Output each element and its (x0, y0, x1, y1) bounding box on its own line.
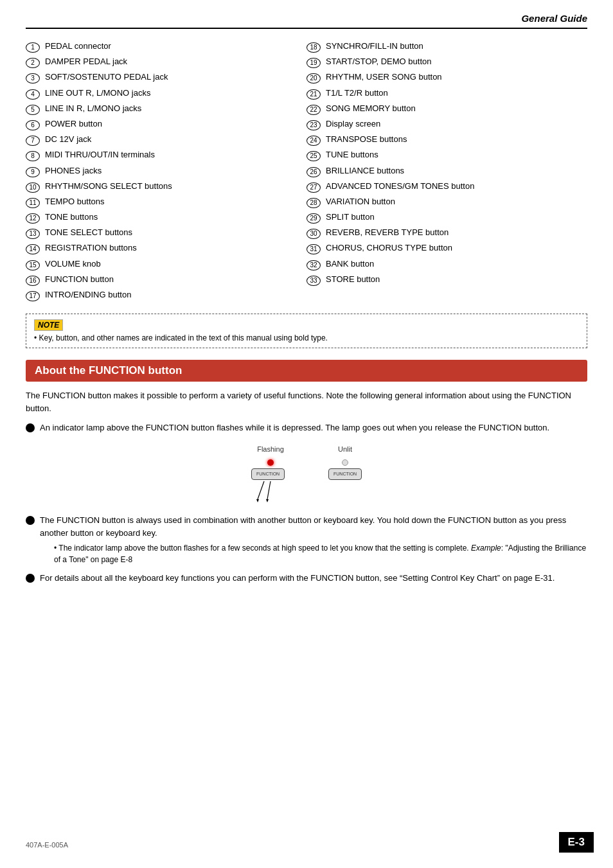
list-item: 6POWER button (26, 118, 306, 130)
flashing-button-wrapper: FUNCTION (251, 468, 290, 502)
list-item: 23Display screen (306, 118, 587, 130)
note-body: Key, button, and other names are indicat… (39, 333, 328, 342)
item-label: SPLIT button (326, 211, 375, 223)
item-number: 32 (306, 260, 321, 270)
item-number: 22 (306, 105, 321, 115)
item-label: MIDI THRU/OUT/IN terminals (45, 149, 155, 161)
list-item: 11TEMPO buttons (26, 196, 306, 208)
item-number: 11 (26, 198, 40, 208)
page-number: E-3 (559, 832, 594, 853)
item-label: POWER button (45, 118, 102, 130)
item-label: Display screen (326, 118, 380, 130)
item-number: 10 (26, 182, 40, 193)
item-label: VOLUME knob (45, 258, 101, 270)
item-number: 15 (26, 260, 40, 270)
list-item: 20RHYTHM, USER SONG button (306, 71, 587, 83)
list-item: 33STORE button (306, 274, 587, 285)
item-label: RHYTHM/SONG SELECT buttons (45, 181, 172, 192)
item-label: BRILLIANCE buttons (326, 165, 404, 177)
svg-line-0 (258, 481, 264, 499)
svg-marker-2 (256, 499, 259, 502)
item-number: 2 (26, 58, 40, 68)
bullet-icon-3 (26, 574, 35, 583)
bullet-item-3: For details about all the keyboard key f… (26, 572, 587, 585)
item-label: SYNCHRO/FILL-IN button (326, 40, 423, 52)
item-number: 30 (306, 229, 321, 239)
item-label: STORE button (326, 274, 380, 285)
list-item: 31CHORUS, CHORUS TYPE button (306, 242, 587, 254)
bullet-dot: • (34, 333, 39, 342)
list-item: 32BANK button (306, 258, 587, 270)
list-item: 16FUNCTION button (26, 274, 306, 285)
item-number: 23 (306, 120, 321, 130)
bullet-item-1: An indicator lamp above the FUNCTION but… (26, 421, 587, 434)
list-item: 5LINE IN R, L/MONO jacks (26, 103, 306, 114)
list-item: 14REGISTRATION buttons (26, 242, 306, 254)
item-label: PHONES jacks (45, 165, 102, 177)
item-label: BANK button (326, 258, 374, 270)
list-item: 29SPLIT button (306, 211, 587, 223)
list-item: 2DAMPER PEDAL jack (26, 56, 306, 67)
item-number: 8 (26, 151, 40, 161)
item-number: 33 (306, 276, 321, 286)
left-column: 1PEDAL connector2DAMPER PEDAL jack3SOFT/… (26, 40, 306, 305)
item-number: 20 (306, 73, 321, 84)
item-number: 1 (26, 42, 40, 53)
item-label: CHORUS, CHORUS TYPE button (326, 242, 452, 254)
list-item: 18SYNCHRO/FILL-IN button (306, 40, 587, 52)
list-item: 22SONG MEMORY button (306, 103, 587, 114)
list-item: 28VARIATION button (306, 196, 587, 208)
led-off-indicator (342, 459, 348, 466)
items-list: 1PEDAL connector2DAMPER PEDAL jack3SOFT/… (26, 40, 587, 305)
item-label: SOFT/SOSTENUTO PEDAL jack (45, 71, 168, 83)
list-item: 25TUNE buttons (306, 149, 587, 161)
item-label: REVERB, REVERB TYPE button (326, 227, 449, 238)
footer-code: 407A-E-005A (26, 841, 68, 849)
item-number: 31 (306, 244, 321, 254)
diagram-flashing: Flashing FUNCTION (251, 445, 290, 502)
section-intro: The FUNCTION button makes it possible to… (26, 389, 587, 415)
item-label: TONE SELECT buttons (45, 227, 132, 238)
item-label: VARIATION button (326, 196, 395, 208)
item-label: SONG MEMORY button (326, 103, 416, 114)
list-item: 26BRILLIANCE buttons (306, 165, 587, 177)
item-label: START/STOP, DEMO button (326, 56, 432, 67)
item-number: 18 (306, 42, 321, 53)
item-number: 7 (26, 136, 40, 146)
item-label: INTRO/ENDING button (45, 289, 131, 301)
item-number: 4 (26, 89, 40, 100)
item-label: ADVANCED TONES/GM TONES button (326, 181, 474, 192)
list-item: 9PHONES jacks (26, 165, 306, 177)
list-item: 27ADVANCED TONES/GM TONES button (306, 181, 587, 192)
item-number: 16 (26, 276, 40, 286)
item-label: TUNE buttons (326, 149, 378, 161)
item-number: 24 (306, 136, 321, 146)
section-title: About the FUNCTION button (26, 360, 587, 382)
item-number: 29 (306, 213, 321, 224)
list-item: 12TONE buttons (26, 211, 306, 223)
example-text: Example (471, 544, 501, 553)
sub-bullet-2: The indicator lamp above the button flas… (54, 542, 587, 565)
list-item: 8MIDI THRU/OUT/IN terminals (26, 149, 306, 161)
list-item: 10RHYTHM/SONG SELECT buttons (26, 181, 306, 192)
item-number: 6 (26, 120, 40, 130)
item-number: 5 (26, 105, 40, 115)
bullet-text-2: The FUNCTION button is always used in co… (40, 514, 587, 540)
right-column: 18SYNCHRO/FILL-IN button19START/STOP, DE… (306, 40, 587, 305)
item-number: 26 (306, 167, 321, 177)
list-item: 30REVERB, REVERB TYPE button (306, 227, 587, 238)
svg-marker-3 (266, 499, 269, 502)
item-label: T1/L T2/R button (326, 87, 388, 99)
press-arrows (251, 480, 290, 502)
item-label: LINE IN R, L/MONO jacks (45, 103, 141, 114)
bullet-icon-1 (26, 423, 35, 432)
item-label: REGISTRATION buttons (45, 242, 137, 254)
list-item: 4LINE OUT R, L/MONO jacks (26, 87, 306, 99)
unlit-label: Unlit (338, 445, 352, 453)
item-number: 28 (306, 198, 321, 208)
function-diagram: Flashing FUNCTION Unlit FUNCTION (26, 445, 587, 502)
list-item: 17INTRO/ENDING button (26, 289, 306, 301)
list-item: 21T1/L T2/R button (306, 87, 587, 99)
led-on-indicator (267, 459, 274, 466)
list-item: 7DC 12V jack (26, 134, 306, 145)
